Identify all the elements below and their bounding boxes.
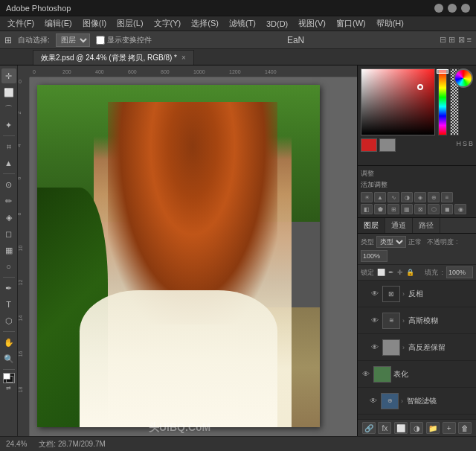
menu-filter[interactable]: 滤镜(T)	[225, 16, 260, 31]
color-circle[interactable]	[454, 68, 473, 88]
layer-new-button[interactable]: +	[443, 422, 456, 434]
crop-tool[interactable]: ⌗	[1, 139, 16, 154]
lock-all-icon[interactable]: 🔒	[406, 269, 414, 276]
marquee-tool[interactable]: ⬜	[1, 85, 16, 100]
layer-adjustment-button[interactable]: ◑	[410, 422, 423, 434]
eyedropper-tool[interactable]: ▲	[1, 156, 16, 170]
layers-tab[interactable]: 图层	[358, 218, 385, 233]
maximize-button[interactable]	[448, 4, 457, 13]
clone-tool[interactable]: ◈	[1, 210, 16, 225]
tab-close-icon[interactable]: ×	[181, 54, 186, 62]
layer-indent-arrow: ›	[402, 344, 405, 351]
selective-color-icon[interactable]: ◉	[454, 204, 466, 214]
layer-group-button[interactable]: 📁	[426, 422, 440, 434]
opacity-input[interactable]	[361, 250, 387, 262]
canvas-area[interactable]: 0 200 400 600 800 1000 1200 1400 0 2 4 6…	[18, 65, 357, 436]
layer-visibility-toggle[interactable]: 👁	[370, 289, 380, 299]
color-mode-btn[interactable]: H	[456, 140, 461, 147]
layer-select[interactable]: 图层	[56, 33, 90, 47]
invert-icon[interactable]: ⊠	[414, 204, 426, 214]
left-toolbar: ✛ ⬜ ⌒ ✦ ⌗ ▲ ⊙ ✏ ◈ ◻ ▦ ○ ✒ T ⬡ ✋ 🔍 ⇄	[0, 65, 18, 436]
document-tab[interactable]: 效果2.psd @ 24.4% (背景 拷贝, RGB/8) * ×	[33, 50, 194, 65]
spot-heal-tool[interactable]: ⊙	[1, 177, 16, 192]
color-mode-btn3[interactable]: B	[469, 140, 473, 147]
shape-tool[interactable]: ⬡	[1, 313, 16, 328]
menu-edit[interactable]: 编辑(E)	[40, 16, 77, 31]
colorbalance-adj-icon[interactable]: ≡	[441, 192, 453, 202]
channels-tab[interactable]: 通道	[385, 218, 413, 233]
curves-adj-icon[interactable]: ∿	[387, 192, 399, 202]
previous-color-swatch[interactable]	[379, 138, 396, 152]
menu-layer[interactable]: 图层(L)	[112, 16, 147, 31]
menu-window[interactable]: 窗口(W)	[332, 16, 370, 31]
current-color-swatch[interactable]	[361, 138, 377, 152]
layer-effects-button[interactable]: fx	[378, 422, 391, 434]
hand-tool[interactable]: ✋	[1, 335, 16, 350]
layer-mask-button[interactable]: ⬜	[394, 422, 408, 434]
color-gradient-box[interactable]	[361, 68, 435, 135]
layer-thumbnail	[382, 339, 400, 356]
lasso-tool[interactable]: ⌒	[1, 101, 16, 116]
hue-slider[interactable]	[438, 68, 447, 135]
color-mode-btn2[interactable]: S	[463, 140, 467, 147]
layer-row[interactable]: 👁 ⊠ › 反相	[358, 281, 476, 307]
layer-visibility-toggle[interactable]: 👁	[361, 369, 371, 380]
zoom-tool[interactable]: 🔍	[1, 351, 16, 366]
dodge-tool[interactable]: ○	[1, 259, 16, 274]
layer-row[interactable]: 👁 ⊕ › 智能滤镜	[358, 388, 476, 415]
vibrance-adj-icon[interactable]: ◈	[414, 192, 426, 202]
color-lookup-icon[interactable]: ▦	[401, 204, 413, 214]
move-tool[interactable]: ✛	[1, 68, 16, 83]
layer-visibility-toggle[interactable]: 👁	[368, 396, 379, 406]
layer-indent-arrow: ›	[402, 317, 405, 324]
layer-delete-button[interactable]: 🗑	[458, 422, 472, 434]
pen-tool[interactable]: ✒	[1, 281, 16, 295]
opacity-colon: :	[456, 238, 458, 246]
lock-draw-icon[interactable]: ✒	[388, 269, 394, 276]
layers-options: 类型 类型 正常 不透明度 :	[358, 234, 476, 265]
exposure-adj-icon[interactable]: ◑	[401, 192, 413, 202]
hsl-adj-icon[interactable]: ⊕	[428, 192, 440, 202]
posterize-icon[interactable]: ⬡	[428, 204, 440, 214]
menu-image[interactable]: 图像(I)	[78, 16, 111, 31]
swap-colors-icon[interactable]: ⇄	[6, 385, 11, 391]
menu-view[interactable]: 视图(V)	[294, 16, 330, 31]
brush-tool[interactable]: ✏	[1, 193, 16, 208]
lock-move-icon[interactable]: ✛	[397, 269, 403, 276]
menu-text[interactable]: 文字(Y)	[149, 16, 186, 31]
layers-tabs: 图层 通道 路径	[358, 218, 476, 234]
separator-2	[3, 173, 15, 174]
foreground-color[interactable]	[3, 373, 15, 383]
layer-visibility-toggle[interactable]: 👁	[370, 316, 380, 326]
minimize-button[interactable]	[434, 4, 443, 13]
text-tool[interactable]: T	[1, 297, 16, 312]
quick-select-tool[interactable]: ✦	[1, 118, 16, 132]
kind-select[interactable]: 类型	[376, 236, 406, 248]
color-mode-buttons: H S B	[456, 140, 473, 147]
photo-filter-icon[interactable]: ⬟	[374, 204, 386, 214]
layer-row[interactable]: 👁 ≋ › 高斯模糊	[358, 307, 476, 334]
menu-3d[interactable]: 3D(D)	[262, 18, 292, 30]
threshold-icon[interactable]: ◼	[441, 204, 453, 214]
lock-pixels-icon[interactable]: ⬜	[377, 269, 385, 276]
canvas-container[interactable]	[30, 77, 357, 436]
fill-input[interactable]	[446, 266, 473, 278]
brightness-adj-icon[interactable]: ☀	[361, 192, 373, 202]
layer-row[interactable]: 👁 › 高反差保留	[358, 334, 476, 361]
layer-row[interactable]: 👁 表化	[358, 361, 476, 388]
menu-help[interactable]: 帮助(H)	[372, 16, 408, 31]
gradient-tool[interactable]: ▦	[1, 243, 16, 258]
paths-tab[interactable]: 路径	[413, 218, 440, 233]
layer-visibility-toggle[interactable]: 👁	[370, 342, 380, 353]
layer-link-button[interactable]: 🔗	[362, 422, 376, 434]
layer-name: 高斯模糊	[408, 316, 473, 326]
show-transform-checkbox[interactable]	[96, 36, 105, 45]
menu-file[interactable]: 文件(F)	[3, 16, 39, 31]
separator-4	[3, 331, 15, 332]
eraser-tool[interactable]: ◻	[1, 226, 16, 241]
channel-mixer-icon[interactable]: ⊞	[387, 204, 399, 214]
menu-select[interactable]: 选择(S)	[187, 16, 223, 31]
bw-adj-icon[interactable]: ◧	[361, 204, 373, 214]
close-button[interactable]	[461, 4, 470, 13]
levels-adj-icon[interactable]: ▲	[374, 192, 386, 202]
